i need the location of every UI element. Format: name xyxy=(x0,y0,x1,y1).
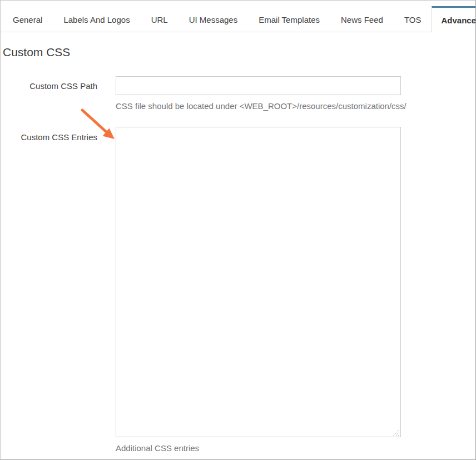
tab-bar: General Labels And Logos URL UI Messages… xyxy=(1,1,475,32)
custom-css-entries-helper-text: Additional CSS entries xyxy=(116,443,199,453)
tab-url[interactable]: URL xyxy=(141,15,178,24)
tab-general[interactable]: General xyxy=(2,15,53,24)
custom-css-path-label: Custom CSS Path xyxy=(1,81,97,91)
tab-advanced[interactable]: Advanced xyxy=(432,6,476,32)
custom-css-entries-textarea[interactable] xyxy=(116,127,401,437)
custom-css-path-helper-text: CSS file should be located under <WEB_RO… xyxy=(116,101,406,111)
custom-css-path-input[interactable] xyxy=(116,76,401,95)
tab-email-templates[interactable]: Email Templates xyxy=(248,15,330,24)
tab-tos[interactable]: TOS xyxy=(394,15,432,24)
page-title: Custom CSS xyxy=(3,46,70,59)
tab-news-feed[interactable]: News Feed xyxy=(330,15,394,24)
tab-labels-and-logos[interactable]: Labels And Logos xyxy=(53,15,140,24)
settings-page: General Labels And Logos URL UI Messages… xyxy=(0,0,476,460)
resize-handle-icon[interactable] xyxy=(392,428,400,437)
custom-css-entries-label: Custom CSS Entries xyxy=(1,132,97,142)
tab-ui-messages[interactable]: UI Messages xyxy=(178,15,249,24)
